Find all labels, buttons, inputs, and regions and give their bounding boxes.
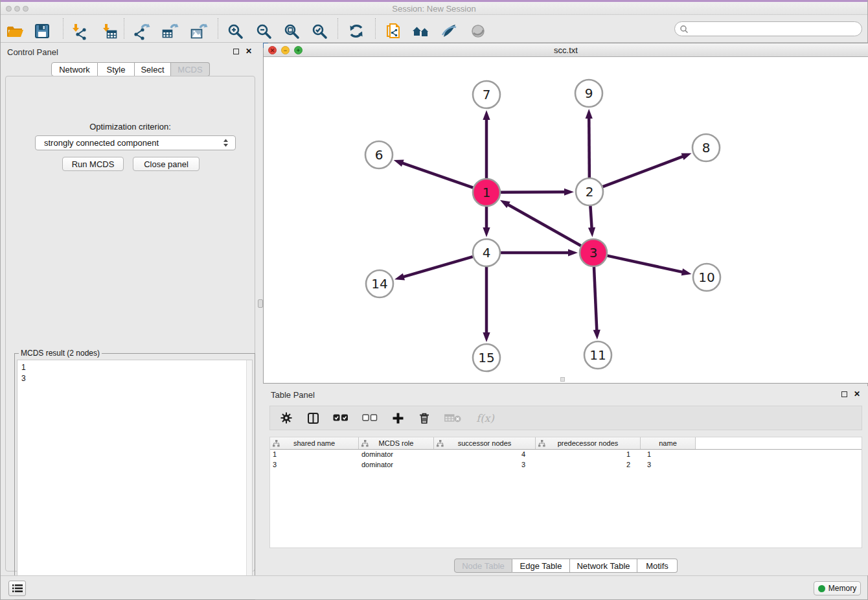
status-bar: Memory	[1, 575, 867, 599]
table-cell[interactable]: 3	[434, 460, 536, 470]
zoom-fit-icon[interactable]	[280, 21, 303, 41]
table-cell[interactable]: 4	[434, 450, 536, 460]
deselect-all-columns-icon[interactable]	[361, 411, 378, 425]
table-cell[interactable]: dominator	[359, 450, 434, 460]
tab-network[interactable]: Network	[51, 62, 98, 76]
toolbar-separator	[337, 18, 338, 39]
graph-edge[interactable]	[594, 267, 597, 332]
tab-mcds[interactable]: MCDS	[171, 62, 210, 76]
tab-select[interactable]: Select	[135, 62, 171, 76]
column-header-name[interactable]: name	[641, 437, 696, 449]
zoom-in-icon[interactable]	[224, 21, 246, 41]
import-table-icon[interactable]	[98, 21, 120, 41]
export-table-icon[interactable]	[159, 21, 181, 41]
table-panel-header: Table Panel ✕	[263, 386, 868, 403]
column-header-MCDS-role[interactable]: MCDS role	[359, 437, 434, 449]
tab-node-table[interactable]: Node Table	[454, 559, 512, 573]
table-row[interactable]: 1dominator411	[270, 450, 862, 460]
tab-network-table[interactable]: Network Table	[570, 559, 637, 573]
network-title: scc.txt	[264, 45, 868, 55]
mcds-result-item[interactable]: 3	[21, 373, 248, 384]
tab-style[interactable]: Style	[98, 62, 135, 76]
graph-edge[interactable]	[402, 257, 473, 277]
mcds-result-item[interactable]: 1	[21, 362, 248, 373]
close-panel-button[interactable]: Close panel	[133, 157, 200, 171]
graph-node-label: 1	[483, 185, 491, 200]
graph-edge[interactable]	[401, 163, 473, 188]
column-header-successor-nodes[interactable]: successor nodes	[434, 437, 536, 449]
save-session-icon[interactable]	[31, 21, 53, 41]
table-cell[interactable]: dominator	[359, 460, 434, 470]
function-builder-icon: f(x)	[474, 411, 496, 425]
graph-edge-arrowhead	[681, 153, 692, 160]
graph-edge[interactable]	[501, 192, 566, 192]
table-cell[interactable]: 2	[536, 460, 641, 470]
control-panel-tabs: Network Style Select MCDS	[51, 62, 210, 76]
export-image-icon[interactable]	[188, 21, 210, 41]
column-header-predecessor-nodes[interactable]: predecessor nodes	[536, 437, 641, 449]
graph-edge[interactable]	[607, 256, 683, 273]
column-header-label: predecessor nodes	[558, 439, 619, 447]
zoom-selected-icon[interactable]	[308, 21, 330, 41]
graph-edge[interactable]	[589, 117, 589, 178]
tab-motifs[interactable]: Motifs	[637, 559, 678, 573]
table-options-icon[interactable]	[279, 411, 293, 425]
graph-edge-arrowhead	[483, 110, 490, 120]
tab-edge-table[interactable]: Edge Table	[512, 559, 570, 573]
close-panel-icon[interactable]: ✕	[246, 47, 252, 56]
first-neighbors-icon[interactable]	[410, 21, 432, 41]
float-panel-icon[interactable]	[233, 49, 239, 54]
delete-columns-icon[interactable]	[417, 411, 431, 425]
canvas-resize-grip[interactable]	[560, 377, 565, 382]
control-panel-title: Control Panel	[7, 47, 58, 57]
graph-edge-arrowhead	[568, 249, 578, 256]
open-file-icon[interactable]	[4, 21, 26, 41]
clone-network-icon[interactable]	[382, 21, 404, 41]
column-header-shared-name[interactable]: shared name	[270, 437, 359, 449]
graph-edge[interactable]	[590, 206, 591, 229]
mcds-result-list[interactable]: 13	[17, 360, 253, 597]
task-history-button[interactable]	[8, 581, 26, 596]
memory-button[interactable]: Memory	[814, 581, 861, 595]
table-cell[interactable]: 3	[641, 460, 696, 470]
network-canvas[interactable]: 7968124314101511	[264, 57, 868, 383]
import-network-icon[interactable]	[67, 21, 89, 41]
export-network-icon[interactable]	[131, 21, 154, 41]
run-mcds-button[interactable]: Run MCDS	[62, 157, 124, 171]
network-window-titlebar[interactable]: ✕ − + scc.txt	[264, 43, 868, 57]
toolbar-separator	[375, 18, 376, 39]
graph-edge[interactable]	[507, 204, 580, 246]
graph-edge-arrowhead	[483, 332, 490, 342]
style-icon[interactable]	[438, 21, 460, 41]
graph-node-label: 4	[483, 245, 491, 260]
refresh-icon[interactable]	[345, 21, 367, 41]
main-toolbar	[1, 15, 867, 43]
float-panel-icon[interactable]	[841, 391, 847, 397]
panel-splitter-handle[interactable]	[258, 299, 263, 308]
scrollbar-track[interactable]	[246, 360, 252, 597]
graph-edge-arrowhead	[681, 268, 692, 275]
search-input[interactable]	[691, 23, 862, 35]
delete-table-icon	[444, 411, 462, 425]
optimization-criterion-select[interactable]: strongly connected component	[35, 135, 236, 150]
table-cell[interactable]: 1	[270, 450, 359, 460]
graph-node-label: 10	[698, 270, 714, 285]
table-cell[interactable]: 3	[270, 460, 359, 470]
toolbar-separator	[63, 18, 63, 39]
zoom-out-icon[interactable]	[253, 21, 275, 41]
graph-edge[interactable]	[603, 156, 685, 187]
window-top-accent	[1, 0, 867, 2]
select-all-columns-icon[interactable]	[332, 411, 349, 425]
create-column-icon[interactable]	[391, 411, 405, 425]
table-cell[interactable]: 1	[536, 450, 641, 460]
close-panel-icon[interactable]: ✕	[854, 389, 860, 398]
chevron-updown-icon	[223, 138, 229, 148]
select-value: strongly connected component	[44, 138, 159, 148]
show-columns-icon[interactable]	[306, 411, 320, 425]
table-cell[interactable]: 1	[641, 450, 696, 460]
memory-label: Memory	[828, 584, 856, 593]
toolbar-separator	[218, 18, 218, 39]
graph-edge-arrowhead	[483, 227, 490, 237]
table-row[interactable]: 3dominator323	[270, 460, 862, 470]
search-field[interactable]	[674, 21, 862, 36]
